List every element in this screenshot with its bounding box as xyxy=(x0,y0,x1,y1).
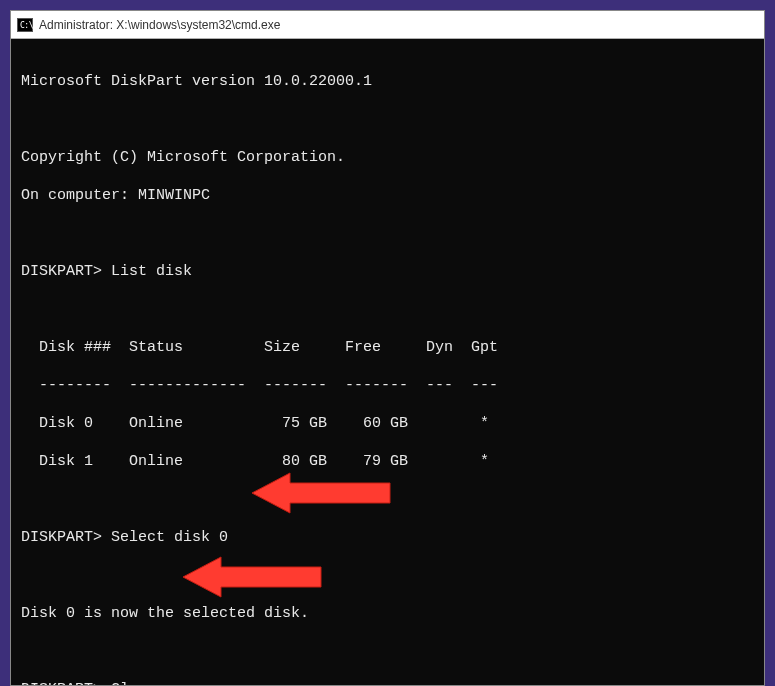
copyright-line: Copyright (C) Microsoft Corporation. xyxy=(21,148,754,167)
cmd-window: C:\. Administrator: X:\windows\system32\… xyxy=(10,10,765,686)
table-row: Disk 0 Online 75 GB 60 GB * xyxy=(21,414,754,433)
table-header: Disk ### Status Size Free Dyn Gpt xyxy=(21,338,754,357)
msg-selected: Disk 0 is now the selected disk. xyxy=(21,604,754,623)
prompt-select-disk: DISKPART> Select disk 0 xyxy=(21,528,754,547)
prompt-list-disk: DISKPART> List disk xyxy=(21,262,754,281)
cmd-icon: C:\. xyxy=(17,18,33,32)
prompt-clean: DISKPART> Clean xyxy=(21,680,754,685)
terminal-output[interactable]: Microsoft DiskPart version 10.0.22000.1 … xyxy=(11,39,764,685)
diskpart-version: Microsoft DiskPart version 10.0.22000.1 xyxy=(21,72,754,91)
blank xyxy=(21,490,754,509)
table-row: Disk 1 Online 80 GB 79 GB * xyxy=(21,452,754,471)
table-divider: -------- ------------- ------- ------- -… xyxy=(21,376,754,395)
blank xyxy=(21,566,754,585)
blank xyxy=(21,300,754,319)
blank xyxy=(21,224,754,243)
window-title: Administrator: X:\windows\system32\cmd.e… xyxy=(39,18,280,32)
blank xyxy=(21,110,754,129)
blank xyxy=(21,642,754,661)
titlebar[interactable]: C:\. Administrator: X:\windows\system32\… xyxy=(11,11,764,39)
computer-line: On computer: MINWINPC xyxy=(21,186,754,205)
